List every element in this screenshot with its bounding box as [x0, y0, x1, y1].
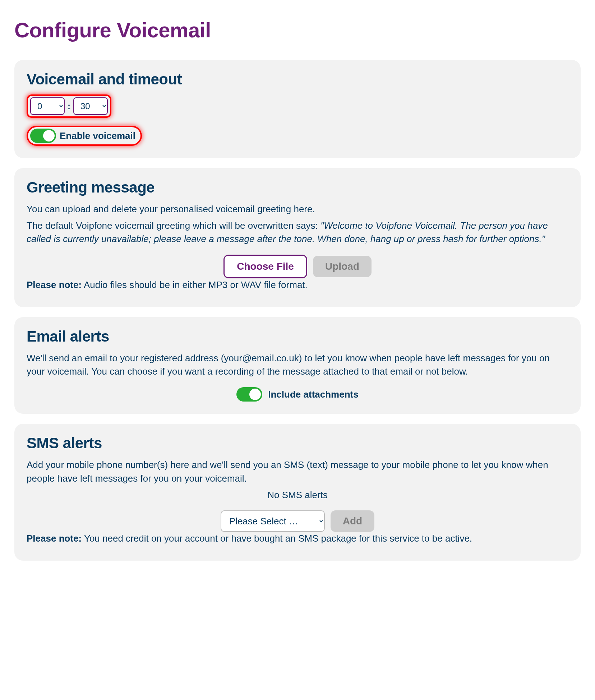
sms-number-select[interactable]: Please Select … [221, 510, 325, 532]
timeout-minutes-select[interactable]: 0 [30, 97, 65, 115]
sms-empty-state: No SMS alerts [27, 488, 568, 502]
greeting-heading: Greeting message [27, 179, 568, 196]
upload-button[interactable]: Upload [313, 256, 372, 277]
sms-alerts-card: SMS alerts Add your mobile phone number(… [14, 424, 581, 561]
enable-voicemail-label: Enable voicemail [60, 130, 135, 142]
sms-note: Please note: You need credit on your acc… [27, 532, 568, 546]
timeout-seconds-select[interactable]: 30 [73, 97, 108, 115]
voicemail-timeout-card: Voicemail and timeout 0 : 30 Enable voic… [14, 60, 581, 158]
email-alerts-card: Email alerts We'll send an email to your… [14, 317, 581, 414]
email-toggle-row: Include attachments [27, 387, 568, 402]
sms-add-button[interactable]: Add [331, 510, 374, 532]
enable-voicemail-row: Enable voicemail [27, 126, 142, 146]
sms-note-label: Please note: [27, 533, 82, 544]
timeout-selector-group: 0 : 30 [27, 94, 111, 118]
greeting-note-text: Audio files should be in either MP3 or W… [82, 279, 308, 290]
include-attachments-label: Include attachments [268, 389, 358, 400]
toggle-knob [249, 389, 261, 400]
include-attachments-toggle[interactable] [236, 387, 262, 402]
greeting-intro-line1: You can upload and delete your personali… [27, 203, 568, 216]
toggle-knob [43, 130, 55, 142]
email-alerts-heading: Email alerts [27, 328, 568, 345]
sms-alerts-heading: SMS alerts [27, 435, 568, 452]
enable-voicemail-toggle[interactable] [30, 129, 56, 143]
choose-file-button[interactable]: Choose File [223, 255, 307, 278]
greeting-upload-row: Choose File Upload [27, 255, 568, 278]
greeting-intro-line2: The default Voipfone voicemail greeting … [27, 219, 568, 246]
voicemail-timeout-heading: Voicemail and timeout [27, 71, 568, 88]
timeout-colon: : [67, 101, 71, 111]
sms-alerts-body: Add your mobile phone number(s) here and… [27, 458, 568, 485]
sms-note-text: You need credit on your account or have … [82, 533, 472, 544]
sms-add-row: Please Select … Add [27, 510, 568, 532]
greeting-note-label: Please note: [27, 279, 82, 290]
email-alerts-body: We'll send an email to your registered a… [27, 352, 568, 379]
greeting-card: Greeting message You can upload and dele… [14, 168, 581, 307]
greeting-note: Please note: Audio files should be in ei… [27, 278, 568, 292]
greeting-intro-prefix: The default Voipfone voicemail greeting … [27, 220, 320, 231]
page-title: Configure Voicemail [14, 18, 581, 42]
